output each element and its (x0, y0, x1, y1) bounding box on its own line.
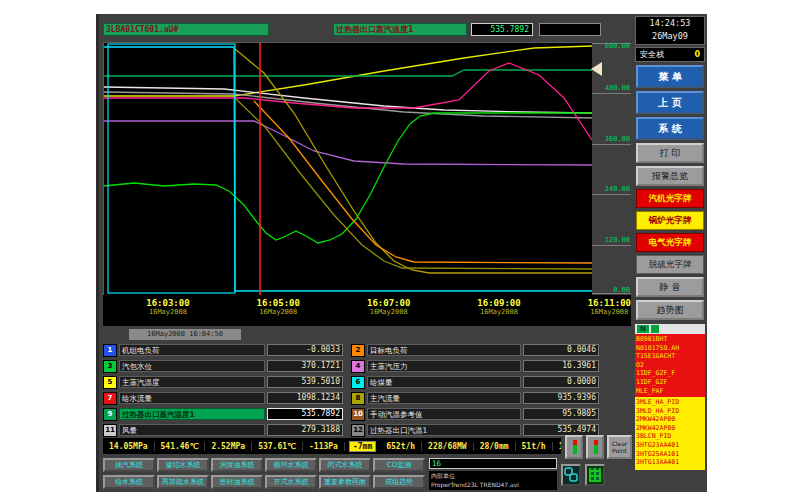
status-value-highlight: -7mm (349, 441, 376, 452)
alarm-tab-2[interactable] (651, 325, 659, 333)
pen-row-5[interactable]: 5主蒸汽温度539.5010 (103, 375, 343, 389)
nav-row-2: 给水系统高加疏水系统密封油系统开式水系统重要参数画面成组趋势 (103, 475, 425, 489)
alarm-item[interactable]: 3MLE_HA_PID (636, 398, 704, 407)
command-info: 内部单位 ProperTrend23L TREND47.avi (429, 471, 557, 490)
nav-button-2-4[interactable]: 开式水系统 (265, 475, 317, 489)
toggle-switch-1[interactable] (565, 435, 583, 459)
alarm-item[interactable]: O2 (636, 361, 704, 370)
pen-value: 0.0046 (523, 344, 599, 356)
pen-label: 主汽流量 (367, 392, 521, 404)
alarm-item[interactable]: N01017S9.AH (636, 344, 704, 353)
alarm-item[interactable]: 1IDF_GZF_F (636, 369, 704, 378)
pen-row-10[interactable]: 10手动汽温参考值95.9805 (351, 407, 599, 421)
pen-row-9[interactable]: 9过热器出口蒸汽温度1535.7892 (103, 407, 343, 421)
alarm-list-yellow[interactable]: 3MLE_HA_PID3MLD_HA_PID2MKW42AP002MKW42AP… (635, 397, 705, 470)
alarm-item[interactable]: B8901BHT (636, 335, 704, 344)
alarm-item[interactable]: 3BLCN_PID (636, 432, 704, 441)
alarm-item[interactable]: MLE_PAF (636, 387, 704, 396)
zoom-selection-box[interactable] (108, 44, 235, 293)
electrical-annunciator-button[interactable]: 电气光字牌 (636, 233, 704, 252)
clock: 14:24:53 26May09 (635, 16, 705, 45)
alarm-tabstrip[interactable]: N (635, 324, 705, 334)
alarm-item[interactable]: 2MKW42AP00 (636, 424, 704, 433)
status-value: 541.46℃ (155, 442, 206, 451)
x-tick: 16:11:0016May2008 (588, 298, 631, 316)
command-input[interactable]: 16 (429, 458, 557, 469)
mute-button[interactable]: 静 音 (636, 277, 704, 297)
nav-button-1-3[interactable]: 润滑油系统 (211, 458, 263, 472)
pen-value: 16.3961 (523, 360, 599, 372)
grid-icon-button[interactable] (585, 464, 605, 486)
x-tick-time: 16:07:00 (367, 298, 410, 308)
boiler-annunciator-button[interactable]: 锅炉光字牌 (636, 211, 704, 230)
pen-label: 给水流量 (119, 392, 265, 404)
status-value: 51t/h (516, 442, 553, 451)
alarm-item[interactable]: 3HTG25AA101 (636, 450, 704, 459)
nav-button-2-6[interactable]: 成组趋势 (373, 475, 425, 489)
pen-row-1[interactable]: 1机组电负荷-0.0033 (103, 343, 343, 357)
alarm-item[interactable]: T1SE1GACHT (636, 352, 704, 361)
nav-button-1-6[interactable]: CO监测 (373, 458, 425, 472)
trend-series-sh-outlet-temp-green (104, 113, 592, 243)
link-icon (563, 466, 579, 484)
safety-stack[interactable]: 安全栈 0 (635, 47, 705, 62)
pen-color-chip: 4 (351, 360, 365, 373)
x-tick-time: 16:09:00 (477, 298, 520, 308)
nav-button-2-3[interactable]: 密封油系统 (211, 475, 263, 489)
pen-label: 目标电负荷 (367, 344, 521, 356)
x-tick-date: 16May2008 (367, 308, 410, 316)
system-button[interactable]: 系 统 (636, 117, 704, 140)
nav-button-1-2[interactable]: 凝结水系统 (157, 458, 209, 472)
menu-button[interactable]: 菜 单 (636, 65, 704, 88)
pen-value: 535.7892 (267, 408, 343, 420)
clear-point-button[interactable]: Clear Point (607, 435, 632, 459)
nav-button-1-1[interactable]: 抽汽系统 (103, 458, 155, 472)
link-icon-button[interactable] (561, 464, 581, 486)
pen-row-8[interactable]: 8主汽流量935.9396 (351, 391, 599, 405)
alarm-overview-button[interactable]: 报警总览 (636, 166, 704, 186)
pen-color-chip: 7 (103, 392, 117, 405)
pen-table: 1机组电负荷-0.00333汽包水位370.17215主蒸汽温度539.5010… (103, 343, 599, 437)
pen-value: 370.1721 (267, 360, 343, 372)
prev-page-button[interactable]: 上 页 (636, 91, 704, 114)
pen-color-chip: 11 (103, 424, 117, 437)
pen-row-6[interactable]: 6给煤量0.0000 (351, 375, 599, 389)
pen-value: 1098.1234 (267, 392, 343, 404)
y-tick-label: 360.00 (605, 135, 630, 143)
pen-value: 935.9396 (523, 392, 599, 404)
alarm-item[interactable]: 3MLD_HA_PID (636, 407, 704, 416)
fgd-annunciator-button[interactable]: 脱硫光字牌 (636, 255, 704, 274)
alarm-item[interactable]: 2MKW42AP00 (636, 415, 704, 424)
trend-plot[interactable] (103, 42, 593, 296)
pen-row-4[interactable]: 4主蒸汽压力16.3961 (351, 359, 599, 373)
value-marker-triangle[interactable] (591, 62, 602, 76)
toggle-switch-2[interactable] (586, 435, 604, 459)
alarm-tab-1[interactable]: N (637, 325, 649, 333)
pen-color-chip: 8 (351, 392, 365, 405)
nav-button-1-5[interactable]: 闭式水系统 (319, 458, 371, 472)
pen-row-11[interactable]: 11风量279.3188 (103, 423, 343, 437)
pen-tag-field[interactable]: 3LBA01CT601.aU# (103, 23, 269, 36)
alarm-item[interactable]: 3HTG23AA401 (636, 441, 704, 450)
command-info-line2: ProperTrend23L TREND47.avi (431, 480, 555, 489)
pen-row-12[interactable]: 12过热器出口汽温1535.4974 (351, 423, 599, 437)
trend-chart-button[interactable]: 趋势图 (636, 300, 704, 320)
nav-button-2-1[interactable]: 给水系统 (103, 475, 155, 489)
pen-color-chip: 9 (103, 408, 117, 421)
nav-button-2-2[interactable]: 高加疏水系统 (157, 475, 209, 489)
print-button[interactable]: 打 印 (636, 143, 704, 163)
x-tick: 16:09:0016May2008 (477, 298, 520, 316)
pen-label: 主蒸汽压力 (367, 360, 521, 372)
alarm-item[interactable]: 3HTG13AA401 (636, 458, 704, 467)
pen-row-2[interactable]: 2目标电负荷0.0046 (351, 343, 599, 357)
nav-button-1-4[interactable]: 循环水系统 (265, 458, 317, 472)
turbine-annunciator-button[interactable]: 汽机光字牌 (636, 189, 704, 208)
alarm-list-red[interactable]: B8901BHTN01017S9.AHT1SE1GACHTO21IDF_GZF_… (635, 334, 705, 397)
pen-row-3[interactable]: 3汽包水位370.1721 (103, 359, 343, 373)
y-tick-label: 120.00 (605, 236, 630, 244)
pen-row-7[interactable]: 7给水流量1098.1234 (103, 391, 343, 405)
status-value: 2.52MPa (205, 442, 252, 451)
alarm-item[interactable]: 1IDF_GZF (636, 378, 704, 387)
nav-button-2-5[interactable]: 重要参数画面 (319, 475, 371, 489)
selected-pen-name-field[interactable]: 过热器出口蒸汽温度1 (333, 23, 467, 36)
